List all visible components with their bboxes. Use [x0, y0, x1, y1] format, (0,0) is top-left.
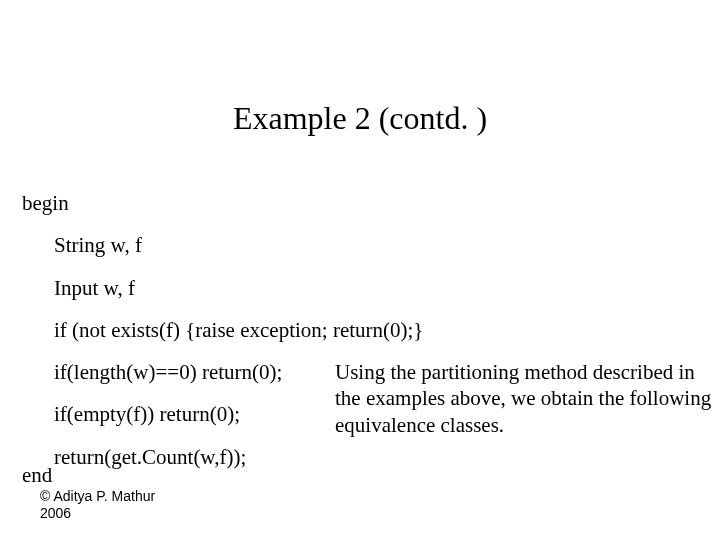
code-line-3: if (not exists(f) {raise exception; retu… — [54, 317, 720, 343]
slide-body: begin String w, f Input w, f if (not exi… — [22, 190, 720, 470]
slide: Example 2 (contd. ) begin String w, f In… — [0, 0, 720, 540]
code-line-5: if(empty(f)) return(0); — [54, 401, 327, 427]
code-line-2: Input w, f — [54, 275, 720, 301]
two-column-row: if(length(w)==0) return(0); if(empty(f))… — [22, 359, 720, 470]
slide-title: Example 2 (contd. ) — [0, 100, 720, 137]
code-line-6: return(get.Count(w,f)); — [54, 444, 327, 470]
code-begin: begin — [22, 190, 720, 216]
copyright: © Aditya P. Mathur 2006 — [40, 488, 155, 522]
copyright-line-2: 2006 — [40, 505, 155, 522]
copyright-line-1: © Aditya P. Mathur — [40, 488, 155, 505]
code-line-1: String w, f — [54, 232, 720, 258]
code-end: end — [22, 463, 52, 488]
note-text: Using the partitioning method described … — [327, 359, 720, 438]
code-line-4: if(length(w)==0) return(0); — [54, 359, 327, 385]
code-column: if(length(w)==0) return(0); if(empty(f))… — [22, 359, 327, 470]
